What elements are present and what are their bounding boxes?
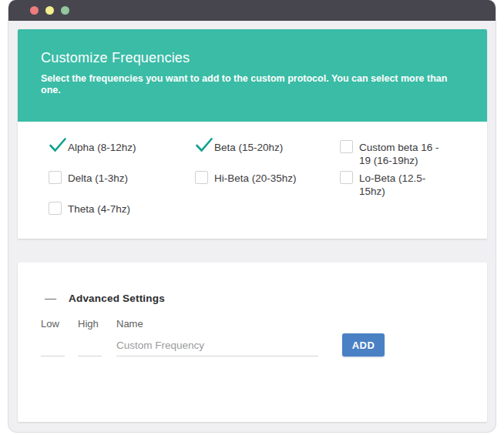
checkbox-option-delta[interactable]: Delta (1-3hz) [49,171,195,185]
checkbox-option-alpha[interactable]: Alpha (8-12hz) [49,140,195,154]
checkbox-label: Alpha (8-12hz) [68,140,136,154]
maximize-window-button[interactable] [61,6,69,15]
high-input[interactable] [78,334,102,356]
high-field: High [78,318,102,356]
checkbox-option-lo-beta[interactable]: Lo-Beta (12.5-15hz) [340,171,472,198]
customize-frequencies-card: Customize Frequencies Select the frequen… [18,29,487,239]
checkbox-label: Lo-Beta (12.5-15hz) [359,171,445,198]
low-input[interactable] [41,334,65,356]
checkbox[interactable] [49,140,62,153]
page-title: Customize Frequencies [41,50,464,66]
window-titlebar [8,0,496,21]
checkbox-label: Hi-Beta (20-35hz) [214,171,297,185]
low-field: Low [41,318,65,356]
advanced-settings-card: — Advanced Settings Low High Name ADD [18,263,487,422]
checkbox[interactable] [195,171,208,184]
checkbox-option-custom-beta[interactable]: Custom beta 16 - 19 (16-19hz) [340,140,472,167]
high-label: High [78,318,102,330]
close-window-button[interactable] [30,6,39,15]
checkmark-icon [51,139,66,151]
collapse-icon[interactable]: — [45,292,56,304]
advanced-settings-title: Advanced Settings [69,293,165,304]
app-window: Customize Frequencies Select the frequen… [8,0,496,433]
checkbox-option-beta[interactable]: Beta (15-20hz) [195,140,340,154]
page-subtitle: Select the frequencies you want to add t… [41,73,464,96]
checkbox[interactable] [49,171,62,184]
add-button[interactable]: ADD [342,333,385,356]
checkmark-icon [197,139,212,151]
checkbox[interactable] [340,140,353,153]
checkbox-option-hi-beta[interactable]: Hi-Beta (20-35hz) [195,171,340,185]
checkbox-option-theta[interactable]: Theta (4-7hz) [49,202,195,216]
advanced-settings-header: — Advanced Settings [41,292,464,304]
checkbox-label: Custom beta 16 - 19 (16-19hz) [359,140,445,167]
low-label: Low [41,318,65,330]
checkbox[interactable] [340,171,353,184]
custom-frequency-form: Low High Name ADD [41,318,464,356]
name-field: Name [116,318,318,356]
checkbox-label: Beta (15-20hz) [214,140,283,154]
name-label: Name [116,318,318,330]
frequency-options-grid: Alpha (8-12hz) Beta (15-20hz) Custom bet… [49,140,472,233]
checkbox-label: Delta (1-3hz) [68,171,128,185]
checkbox[interactable] [195,140,208,153]
minimize-window-button[interactable] [45,6,54,15]
checkbox[interactable] [49,202,62,215]
checkbox-label: Theta (4-7hz) [68,202,130,216]
frequency-options-panel: Alpha (8-12hz) Beta (15-20hz) Custom bet… [18,122,487,239]
name-input[interactable] [116,334,318,356]
card-header: Customize Frequencies Select the frequen… [18,29,487,122]
